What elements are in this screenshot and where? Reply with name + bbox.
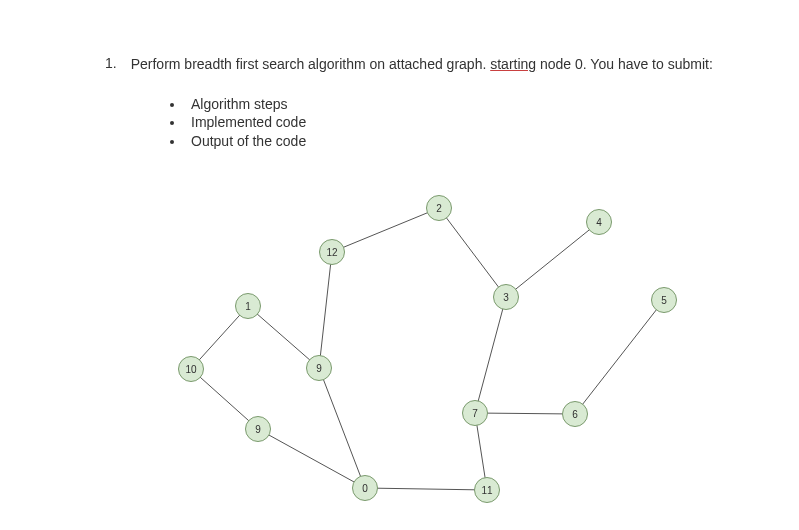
graph-node: 4 [586,209,612,235]
graph-node: 11 [474,477,500,503]
graph-edge [475,297,506,413]
graph-edge [258,429,365,488]
graph-node: 12 [319,239,345,265]
graph-edge [575,300,664,414]
graph-edge [365,488,487,490]
graph-node: 1 [235,293,261,319]
graph-node: 9 [306,355,332,381]
graph-edge [439,208,506,297]
graph-diagram: 2412315109769011 [0,0,799,530]
graph-edges [0,0,799,530]
graph-edge [475,413,575,414]
graph-node: 7 [462,400,488,426]
graph-edge [506,222,599,297]
graph-node: 10 [178,356,204,382]
graph-edge [319,368,365,488]
graph-node: 3 [493,284,519,310]
graph-node: 6 [562,401,588,427]
graph-edge [319,252,332,368]
graph-node: 9 [245,416,271,442]
graph-node: 2 [426,195,452,221]
graph-node: 0 [352,475,378,501]
graph-edge [332,208,439,252]
graph-node: 5 [651,287,677,313]
